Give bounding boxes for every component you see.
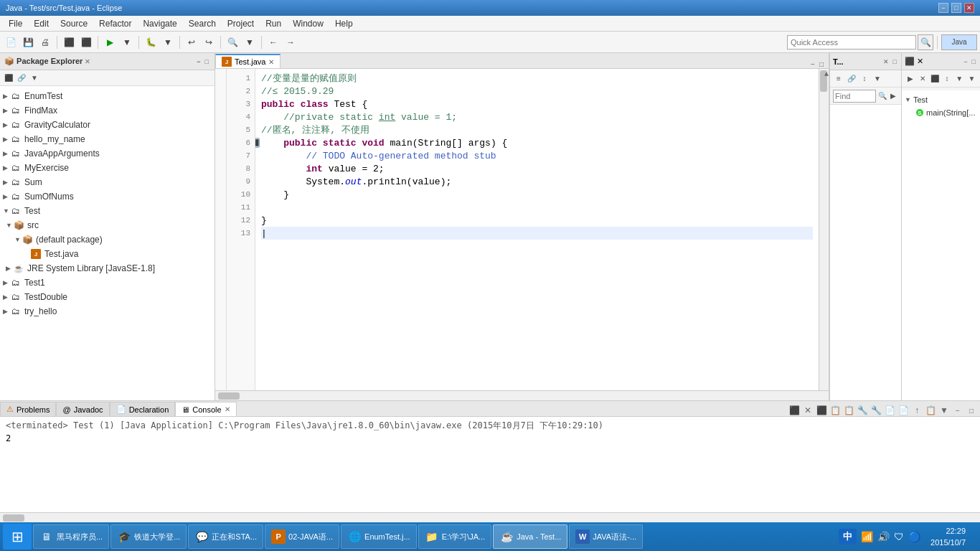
taskbar-item-sta[interactable]: 💬 正在和STA...: [188, 524, 263, 549]
toolbar-search-dropdown[interactable]: ▼: [242, 34, 258, 50]
menu-window[interactable]: Window: [287, 17, 329, 30]
console-horiz-scroll[interactable]: [0, 512, 980, 522]
find-input[interactable]: [833, 90, 876, 103]
menu-project[interactable]: Project: [222, 17, 260, 30]
menu-help[interactable]: Help: [329, 17, 359, 30]
tree-item-findmax[interactable]: ▶ 🗂 FindMax: [0, 103, 215, 118]
debug-btn-1[interactable]: ▶: [905, 73, 915, 85]
debug-btn-3[interactable]: ⬛: [929, 73, 940, 85]
tree-item-sum[interactable]: ▶ 🗂 Sum: [0, 175, 215, 189]
console-btn10[interactable]: ↑: [911, 405, 923, 416]
console-btn3[interactable]: ⬛: [816, 405, 827, 416]
console-clear-button[interactable]: ✕: [802, 405, 814, 416]
taskbar-clock[interactable]: 22:29 2015/10/7: [930, 525, 966, 548]
taskbar-item-explorer[interactable]: 📁 E:\学习\JA...: [418, 524, 492, 549]
menu-source[interactable]: Source: [55, 17, 93, 30]
tree-item-test1[interactable]: ▶ 🗂 Test1: [0, 276, 215, 290]
outline-sort[interactable]: ↕: [859, 73, 870, 85]
tab-maximize-button[interactable]: □: [817, 60, 826, 68]
minimize-button[interactable]: −: [938, 3, 948, 13]
console-stop-button[interactable]: ⬛: [788, 405, 800, 416]
toolbar-forward[interactable]: →: [283, 34, 298, 50]
outline-link[interactable]: 🔗: [846, 73, 857, 85]
menu-search[interactable]: Search: [183, 17, 222, 30]
editor-tab-test-java[interactable]: J Test.java ✕: [215, 54, 281, 68]
tree-item-sumofnums[interactable]: ▶ 🗂 SumOfNums: [0, 189, 215, 204]
console-btn12[interactable]: ▼: [938, 405, 950, 416]
code-editor[interactable]: 1 2 3 4 5 6 7 8 9 10 11 12 13: [215, 69, 829, 390]
quick-access-search-button[interactable]: 🔍: [918, 34, 933, 50]
debug-maximize[interactable]: □: [971, 58, 977, 65]
tree-item-jre-library[interactable]: ▶ ☕ JRE System Library [JavaSE-1.8]: [0, 261, 215, 276]
debug-btn-4[interactable]: ↕: [942, 73, 953, 85]
link-editor-button[interactable]: 🔗: [16, 72, 27, 84]
console-btn8[interactable]: 📄: [884, 405, 895, 416]
toolbar-debug-dropdown[interactable]: ▼: [160, 34, 176, 50]
code-area[interactable]: //变量是量的赋值原则 //≤ 2015.9.29 public class T…: [255, 69, 819, 390]
toolbar-run[interactable]: ▶: [102, 34, 118, 50]
menu-edit[interactable]: Edit: [28, 17, 55, 30]
tree-item-testdouble[interactable]: ▶ 🗂 TestDouble: [0, 290, 215, 304]
tab-minimize-button[interactable]: −: [809, 60, 817, 68]
find-next-button[interactable]: ▶: [889, 90, 899, 102]
tree-item-enumtest[interactable]: ▶ 🗂 EnumTest: [0, 89, 215, 103]
quick-access-input[interactable]: [787, 35, 916, 50]
toolbar-redo[interactable]: ↪: [201, 34, 217, 50]
toolbar-history[interactable]: ⬛: [61, 34, 77, 50]
debug-btn-5[interactable]: ▼: [954, 73, 965, 85]
taskbar-item-word[interactable]: W JAVA语法-...: [569, 524, 643, 549]
view-menu-button[interactable]: ▼: [29, 72, 40, 84]
console-btn4[interactable]: 📋: [829, 405, 841, 416]
maximize-button[interactable]: □: [951, 3, 961, 13]
outline-close[interactable]: □: [892, 58, 898, 65]
console-tab-close[interactable]: ✕: [225, 405, 230, 413]
maximize-panel-button[interactable]: □: [204, 58, 210, 65]
tab-javadoc[interactable]: @ Javadoc: [56, 402, 109, 416]
tab-problems[interactable]: ⚠ Problems: [0, 402, 56, 416]
tab-close-button[interactable]: ✕: [268, 58, 274, 66]
network-icon[interactable]: 📶: [861, 531, 873, 542]
console-btn5[interactable]: 📋: [843, 405, 854, 416]
tree-item-myexercise[interactable]: ▶ 🗂 MyExercise: [0, 161, 215, 175]
security-icon[interactable]: 🛡: [894, 531, 904, 542]
console-scroll-thumb[interactable]: [3, 514, 24, 522]
menu-navigate[interactable]: Navigate: [137, 17, 182, 30]
console-btn6[interactable]: 🔧: [857, 405, 868, 416]
taskbar-item-eclipse[interactable]: ☕ Java - Test...: [493, 524, 567, 549]
tree-item-gravitycalculator[interactable]: ▶ 🗂 GravityCalculator: [0, 118, 215, 132]
volume-icon[interactable]: 🔊: [877, 531, 890, 542]
menu-run[interactable]: Run: [260, 17, 287, 30]
toolbar-debug[interactable]: 🐛: [143, 34, 159, 50]
console-btn7[interactable]: 🔧: [870, 405, 882, 416]
vertical-scrollbar[interactable]: ▲: [819, 69, 829, 390]
toolbar-new[interactable]: 📄: [3, 34, 19, 50]
tree-item-src[interactable]: ▼ 📦 src: [0, 218, 215, 232]
antivirus-icon[interactable]: 🔵: [908, 531, 920, 542]
outline-filter[interactable]: ▼: [872, 73, 883, 85]
menu-refactor[interactable]: Refactor: [93, 17, 137, 30]
taskbar-item-enumtest[interactable]: 🌐 EnumTest.j...: [341, 524, 417, 549]
ime-button[interactable]: 中: [839, 529, 857, 545]
tree-item-hello-my-name[interactable]: ▶ 🗂 hello_my_name: [0, 132, 215, 146]
debug-tree-item-test[interactable]: ▼ Test: [905, 93, 977, 106]
outline-collapse-all[interactable]: ≡: [833, 73, 844, 85]
taskbar-item-heima[interactable]: 🖥 黑马程序员...: [33, 524, 109, 549]
collapse-all-button[interactable]: ⬛: [3, 72, 14, 84]
toolbar-print[interactable]: 🖨: [37, 34, 53, 50]
console-maximize[interactable]: □: [966, 405, 977, 416]
tab-console[interactable]: 🖥 Console ✕: [175, 402, 236, 416]
tree-item-try-hello[interactable]: ▶ 🗂 try_hello: [0, 304, 215, 319]
toolbar-run-dropdown[interactable]: ▼: [119, 34, 135, 50]
debug-btn-2[interactable]: ✕: [917, 73, 928, 85]
horiz-scrollbar-thumb[interactable]: [218, 392, 240, 400]
taskbar-item-tiedao[interactable]: 🎓 铁道大学登...: [110, 524, 187, 549]
debug-minimize[interactable]: −: [962, 58, 969, 65]
tree-item-test[interactable]: ▼ 🗂 Test: [0, 204, 215, 218]
tree-item-javaapparguments[interactable]: ▶ 🗂 JavaAppArguments: [0, 146, 215, 161]
toolbar-prev[interactable]: ⬛: [78, 34, 94, 50]
minimize-panel-button[interactable]: −: [195, 58, 202, 65]
toolbar-search[interactable]: 🔍: [225, 34, 240, 50]
menu-file[interactable]: File: [3, 17, 28, 30]
debug-tree-item-main[interactable]: S main(String[...: [905, 106, 977, 119]
console-minimize[interactable]: −: [952, 405, 963, 416]
